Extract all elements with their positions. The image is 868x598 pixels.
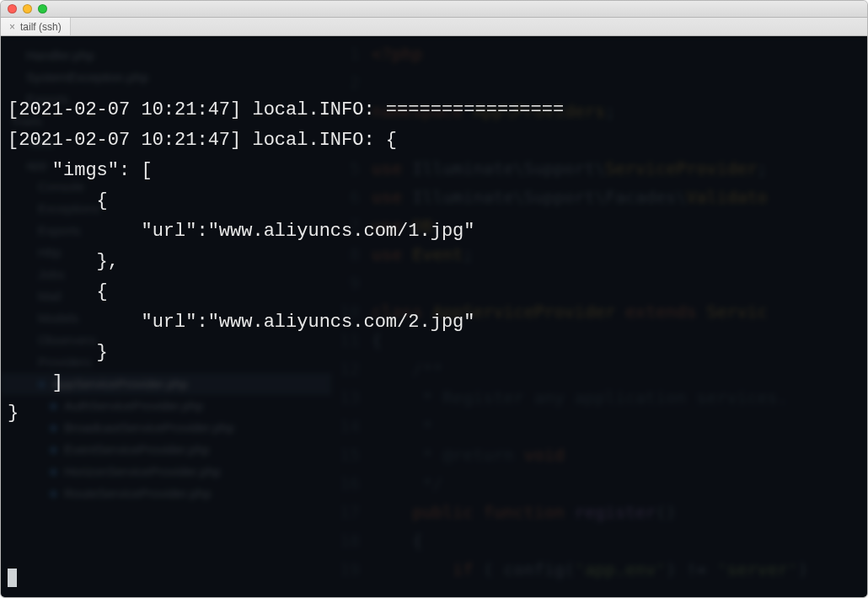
tab-tailf-ssh[interactable]: × tailf (ssh) [1, 18, 71, 35]
tab-close-icon[interactable]: × [9, 21, 15, 33]
terminal-window: × tailf (ssh) Handler.phpSystemException… [0, 0, 868, 598]
content-area: Handler.phpSystemException.phpExportsmai… [1, 36, 867, 598]
zoom-window-button[interactable] [38, 4, 47, 13]
tab-bar[interactable]: × tailf (ssh) [1, 18, 867, 36]
tab-title: tailf (ssh) [20, 21, 62, 33]
window-controls [8, 4, 47, 13]
minimize-window-button[interactable] [23, 4, 32, 13]
titlebar[interactable] [1, 1, 867, 18]
terminal-cursor [8, 569, 17, 587]
close-window-button[interactable] [8, 4, 17, 13]
terminal-output[interactable]: [2021-02-07 10:21:47] local.INFO: ======… [1, 36, 867, 598]
